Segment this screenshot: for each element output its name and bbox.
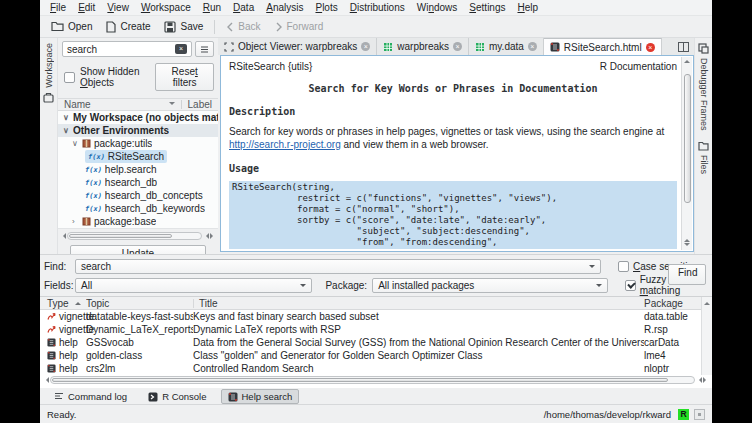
menu-data[interactable]: Data: [227, 1, 260, 14]
tree-horizontal-scrollbar[interactable]: [60, 231, 216, 240]
scroll-up-icon[interactable]: [684, 57, 690, 63]
tab-rsitesearch-html[interactable]: RSiteSearch.html: [544, 38, 662, 55]
scroll-up-icon[interactable]: [704, 299, 710, 305]
scroll-down-icon[interactable]: [684, 243, 690, 249]
workspace-dock-tab[interactable]: Workspace: [40, 38, 57, 108]
tab-warpbreaks[interactable]: warpbreaks: [377, 38, 469, 55]
usage-code-block[interactable]: RSiteSearch(string, restrict = c("functi…: [229, 181, 677, 249]
tree-item-hsearch-db-keywords[interactable]: f(x)hsearch_db_keywords: [80, 202, 218, 215]
scroll-left-icon[interactable]: [203, 233, 209, 239]
scroll-left-icon[interactable]: [60, 233, 66, 239]
menu-workspace[interactable]: Workspace: [135, 1, 197, 14]
help-page-icon: [47, 338, 56, 347]
tree-item-my-workspace[interactable]: ∨My Workspace (no objects matching filte…: [58, 111, 218, 124]
chevron-down-icon: [169, 102, 175, 108]
object-search-input[interactable]: search: [62, 41, 192, 57]
result-row-1[interactable]: vignette datatable-keys-fast-subset Keys…: [40, 310, 712, 323]
function-icon: f(x): [85, 205, 102, 213]
working-directory: /home/thomas/develop/rkward: [544, 409, 671, 420]
chevron-down-icon: [589, 265, 595, 271]
scroll-left-icon[interactable]: [696, 377, 702, 383]
window-list-icon[interactable]: [678, 42, 689, 52]
help-search-icon: [228, 392, 238, 402]
help-page-icon: [47, 351, 56, 360]
menu-plots[interactable]: Plots: [309, 1, 343, 14]
scroll-right-icon[interactable]: [210, 233, 216, 239]
search-r-project-link[interactable]: http://search.r-project.org: [229, 139, 341, 150]
back-button[interactable]: Back: [219, 19, 267, 34]
vignette-icon: [47, 325, 56, 334]
show-hidden-objects-checkbox[interactable]: [64, 72, 75, 83]
find-term-combobox[interactable]: search: [75, 259, 601, 274]
tree-item-package-base[interactable]: ›package:base: [67, 215, 218, 228]
save-button[interactable]: Save: [157, 19, 210, 35]
create-button[interactable]: Create: [99, 19, 157, 35]
function-icon: f(x): [88, 153, 105, 161]
menu-distributions[interactable]: Distributions: [344, 1, 411, 14]
results-vertical-scrollbar[interactable]: [701, 297, 712, 375]
r-engine-status-badge[interactable]: R: [678, 409, 689, 420]
menu-edit[interactable]: Edit: [72, 1, 101, 14]
document-vertical-scrollbar[interactable]: [681, 57, 692, 250]
chevron-down-icon: [300, 284, 306, 290]
column-header-type[interactable]: Type: [40, 298, 86, 309]
clear-search-icon[interactable]: [175, 44, 187, 54]
right-dock-strip: Debugger Frames Files: [694, 38, 712, 255]
close-tab-icon[interactable]: [361, 42, 370, 51]
toolbar-separator: [214, 20, 215, 34]
tree-item-help-search[interactable]: f(x)help.search: [80, 163, 218, 176]
close-tab-icon[interactable]: [453, 42, 462, 51]
menu-windows[interactable]: Windows: [411, 1, 464, 14]
result-row-4[interactable]: help golden-class Class "golden" and Gen…: [40, 349, 712, 362]
filter-options-button[interactable]: [195, 41, 214, 57]
r-console-button[interactable]: R Console: [141, 389, 213, 404]
fields-combobox[interactable]: All: [75, 278, 312, 293]
command-log-icon: [54, 392, 64, 401]
menu-bar: File Edit View Workspace Run Data Analys…: [40, 0, 712, 16]
find-button[interactable]: Find: [668, 264, 706, 285]
close-tab-icon[interactable]: [528, 42, 537, 51]
command-log-button[interactable]: Command log: [47, 389, 134, 404]
scroll-left-icon[interactable]: [43, 377, 49, 383]
tree-item-rsitesearch[interactable]: f(x)RSiteSearch: [80, 150, 218, 163]
menu-analysis[interactable]: Analysis: [260, 1, 309, 14]
files-dock-tab[interactable]: Files: [695, 136, 712, 179]
case-sensitive-checkbox[interactable]: [618, 261, 629, 272]
chevron-down-icon: ∨: [72, 139, 82, 148]
menu-run[interactable]: Run: [197, 1, 227, 14]
tree-item-hsearch-db-concepts[interactable]: f(x)hsearch_db_concepts: [80, 189, 218, 202]
open-button[interactable]: Open: [44, 19, 99, 34]
package-combobox[interactable]: All installed packages: [372, 278, 607, 293]
tree-item-package-utils[interactable]: ∨package:utils: [67, 137, 218, 150]
results-horizontal-scrollbar[interactable]: [40, 375, 712, 384]
tree-item-hsearch-db[interactable]: f(x)hsearch_db: [80, 176, 218, 189]
page-title: Search for Key Words or Phrases in Docum…: [229, 83, 677, 94]
doc-source-label: R Documentation: [600, 61, 677, 72]
tab-my-data[interactable]: my.data: [469, 38, 544, 55]
object-search-value: search: [67, 44, 97, 55]
result-row-5[interactable]: help crs2lm Controlled Random Search nlo…: [40, 362, 712, 375]
menu-help[interactable]: Help: [511, 1, 544, 14]
help-search-button[interactable]: Help search: [221, 389, 300, 404]
close-tab-icon[interactable]: [646, 43, 655, 52]
results-header-row: Type Topic Title Package: [40, 297, 712, 310]
menu-file[interactable]: File: [44, 1, 72, 14]
menu-settings[interactable]: Settings: [463, 1, 511, 14]
tab-object-viewer-warpbreaks[interactable]: Object Viewer: warpbreaks: [218, 38, 377, 55]
fuzzy-matching-checkbox[interactable]: [625, 280, 636, 291]
result-row-3[interactable]: help GSSvocab Data from the General Soci…: [40, 336, 712, 349]
tree-column-header[interactable]: Name Label: [58, 98, 218, 111]
scroll-right-icon[interactable]: [703, 377, 709, 383]
scroll-up-icon[interactable]: [684, 236, 690, 242]
column-header-title[interactable]: Title: [193, 298, 644, 309]
forward-button[interactable]: Forward: [268, 19, 331, 34]
object-tree: ∨My Workspace (no objects matching filte…: [58, 111, 218, 229]
tree-item-other-environments[interactable]: ∨Other Environments: [58, 124, 218, 137]
column-header-topic[interactable]: Topic: [86, 298, 193, 309]
debugger-frames-dock-tab[interactable]: Debugger Frames: [695, 38, 712, 136]
menu-view[interactable]: View: [101, 1, 135, 14]
result-row-2[interactable]: vignette Dynamic_LaTeX_reports_with_RSP …: [40, 323, 712, 336]
reset-filters-button[interactable]: Reset filters: [155, 63, 214, 91]
forward-icon: [275, 22, 283, 32]
column-header-package[interactable]: Package: [644, 298, 701, 309]
